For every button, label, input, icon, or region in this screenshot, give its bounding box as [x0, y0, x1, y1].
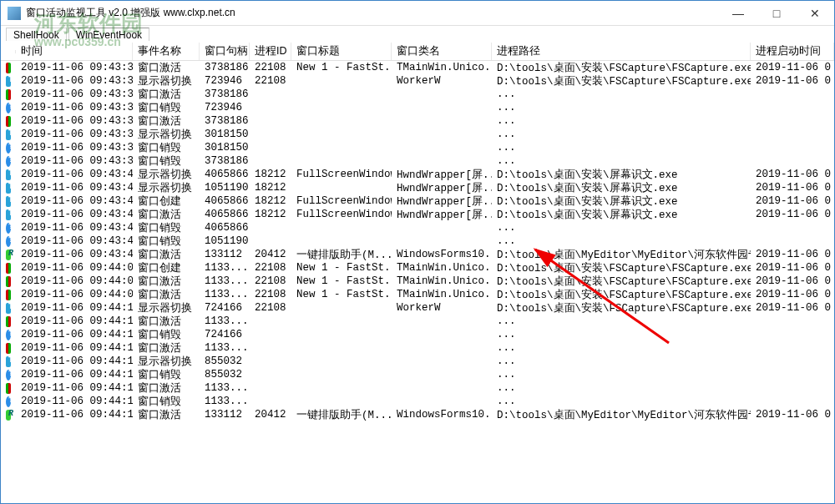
row-icon: [1, 116, 16, 127]
table-row[interactable]: 2019-11-06 09:44:13窗口激活1133......: [1, 315, 834, 328]
table-row[interactable]: 2019-11-06 09:43:38显示器切换3018150...: [1, 128, 834, 141]
cell-event: 显示器切换: [133, 181, 200, 195]
cell-event: 窗口激活: [133, 248, 200, 262]
cell-ptime: 2019-11-06 0: [751, 195, 834, 207]
table-row[interactable]: 2019-11-06 09:44:14窗口激活1133......: [1, 341, 834, 355]
col-title[interactable]: 窗口标题: [291, 43, 392, 60]
table-row[interactable]: 2019-11-06 09:44:15窗口激活13311220412一键排版助手…: [1, 408, 834, 421]
maximize-button[interactable]: □: [757, 1, 796, 26]
cell-class: HwndWrapper[屏...: [392, 168, 492, 182]
table-row[interactable]: 2019-11-06 09:44:14窗口销毁855032...: [1, 368, 834, 381]
cell-event: 窗口创建: [133, 261, 200, 275]
table-row[interactable]: 2019-11-06 09:43:47窗口销毁4065866...: [1, 221, 834, 234]
table-row[interactable]: 2019-11-06 09:44:14窗口销毁1133......: [1, 395, 834, 408]
cell-time: 2019-11-06 09:43:38: [16, 88, 133, 100]
cell-event: 窗口激活: [133, 315, 200, 329]
cell-path: ...: [492, 142, 751, 154]
cell-time: 2019-11-06 09:43:40: [16, 182, 133, 194]
cell-time: 2019-11-06 09:44:14: [16, 396, 133, 407]
cell-hwnd: 3738186: [200, 62, 250, 73]
row-icon: [1, 89, 16, 100]
cell-time: 2019-11-06 09:44:14: [16, 355, 133, 367]
col-ptime[interactable]: 进程启动时间: [751, 43, 834, 60]
close-button[interactable]: ✕: [796, 1, 834, 26]
table-body[interactable]: 2019-11-06 09:43:37窗口激活373818622108New 1…: [1, 61, 834, 500]
col-class[interactable]: 窗口类名: [392, 43, 492, 60]
cell-title: New 1 - FastSt...: [291, 62, 392, 73]
cell-pid: 22108: [250, 302, 291, 314]
cell-pid: 18212: [250, 182, 291, 194]
table-row[interactable]: 2019-11-06 09:44:12显示器切换72416622108Worke…: [1, 301, 834, 315]
table-row[interactable]: 2019-11-06 09:43:40窗口激活406586618212FullS…: [1, 208, 834, 221]
cell-hwnd: 724166: [200, 302, 250, 314]
cell-hwnd: 133112: [200, 409, 250, 421]
tab-strip: ShellHook WinEventHook: [1, 26, 834, 43]
table-row[interactable]: 2019-11-06 09:43:37显示器切换72394622108Worke…: [1, 74, 834, 88]
cell-time: 2019-11-06 09:44:14: [16, 369, 133, 381]
cell-hwnd: 3738186: [200, 155, 250, 167]
cell-ptime: 2019-11-06 0: [751, 409, 834, 421]
table-header: 时间 事件名称 窗口句柄 进程ID 窗口标题 窗口类名 进程路径 进程启动时间: [1, 43, 834, 61]
table-row[interactable]: 2019-11-06 09:44:08窗口激活1133...22108New 1…: [1, 275, 834, 288]
cell-time: 2019-11-06 09:43:38: [16, 129, 133, 140]
cell-time: 2019-11-06 09:43:38: [16, 142, 133, 154]
table-row[interactable]: 2019-11-06 09:43:37窗口激活373818622108New 1…: [1, 61, 834, 74]
cell-hwnd: 1051190: [200, 182, 250, 194]
table-row[interactable]: 2019-11-06 09:43:48窗口销毁1051190...: [1, 234, 834, 248]
col-event[interactable]: 事件名称: [133, 43, 200, 60]
row-icon: [1, 330, 16, 340]
col-hwnd[interactable]: 窗口句柄: [200, 43, 250, 60]
table-row[interactable]: 2019-11-06 09:44:14显示器切换855032...: [1, 355, 834, 368]
cell-pid: 20412: [250, 249, 291, 260]
cell-event: 窗口激活: [133, 408, 200, 422]
row-icon: [1, 303, 16, 314]
row-icon: [1, 129, 16, 140]
table-row[interactable]: 2019-11-06 09:43:38窗口销毁3018150...: [1, 141, 834, 154]
cell-hwnd: 4065866: [200, 169, 250, 180]
cell-time: 2019-11-06 09:43:38: [16, 102, 133, 113]
cell-hwnd: 1133...: [200, 262, 250, 274]
row-icon: [1, 103, 16, 113]
table-row[interactable]: 2019-11-06 09:43:38窗口销毁723946...: [1, 101, 834, 114]
window-title: 窗口活动监视工具 v2.0 增强版 www.clxp.net.cn: [26, 6, 719, 20]
tab-shellhook[interactable]: ShellHook: [6, 28, 67, 41]
cell-event: 窗口激活: [133, 114, 200, 129]
titlebar[interactable]: 窗口活动监视工具 v2.0 增强版 www.clxp.net.cn — □ ✕: [1, 1, 834, 26]
cell-hwnd: 724166: [200, 329, 250, 340]
row-icon: [1, 316, 16, 327]
col-path[interactable]: 进程路径: [492, 43, 751, 60]
cell-hwnd: 4065866: [200, 209, 250, 220]
row-icon: [1, 209, 16, 220]
cell-pid: 22108: [250, 275, 291, 287]
cell-time: 2019-11-06 09:44:14: [16, 382, 133, 394]
cell-time: 2019-11-06 09:44:14: [16, 329, 133, 340]
table-row[interactable]: 2019-11-06 09:43:40显示器切换105119018212Hwnd…: [1, 181, 834, 194]
table-row[interactable]: 2019-11-06 09:44:08窗口创建1133...22108New 1…: [1, 261, 834, 275]
cell-event: 显示器切换: [133, 74, 200, 88]
table-row[interactable]: 2019-11-06 09:43:48窗口激活13311220412一键排版助手…: [1, 248, 834, 261]
col-icon[interactable]: [1, 50, 16, 53]
cell-time: 2019-11-06 09:43:48: [16, 249, 133, 260]
col-time[interactable]: 时间: [16, 43, 133, 60]
cell-title: New 1 - FastSt...: [291, 289, 392, 300]
cell-title: 一键排版助手(M...: [291, 408, 392, 422]
cell-path: D:\tools\桌面\安装\屏幕识文.exe: [492, 168, 751, 182]
table-row[interactable]: 2019-11-06 09:43:38窗口销毁3738186...: [1, 154, 834, 168]
col-pid[interactable]: 进程ID: [250, 43, 291, 60]
table-row[interactable]: 2019-11-06 09:43:38窗口激活3738186...: [1, 114, 834, 128]
table-row[interactable]: 2019-11-06 09:43:38窗口激活3738186...: [1, 88, 834, 101]
minimize-button[interactable]: —: [719, 1, 757, 26]
tab-wineventhook[interactable]: WinEventHook: [68, 28, 149, 41]
table-row[interactable]: 2019-11-06 09:43:40窗口创建406586618212FullS…: [1, 194, 834, 208]
cell-ptime: 2019-11-06 0: [751, 249, 834, 260]
table-row[interactable]: 2019-11-06 09:44:08窗口激活1133...22108New 1…: [1, 288, 834, 301]
table-row[interactable]: 2019-11-06 09:44:14窗口销毁724166...: [1, 328, 834, 341]
table-row[interactable]: 2019-11-06 09:43:40显示器切换406586618212Full…: [1, 168, 834, 181]
table-row[interactable]: 2019-11-06 09:44:14窗口激活1133......: [1, 381, 834, 395]
row-icon: [1, 63, 16, 73]
cell-ptime: 2019-11-06 0: [751, 182, 834, 194]
row-icon: [1, 263, 16, 274]
cell-pid: 22108: [250, 75, 291, 87]
cell-ptime: 2019-11-06 0: [751, 62, 834, 73]
cell-time: 2019-11-06 09:43:40: [16, 195, 133, 207]
